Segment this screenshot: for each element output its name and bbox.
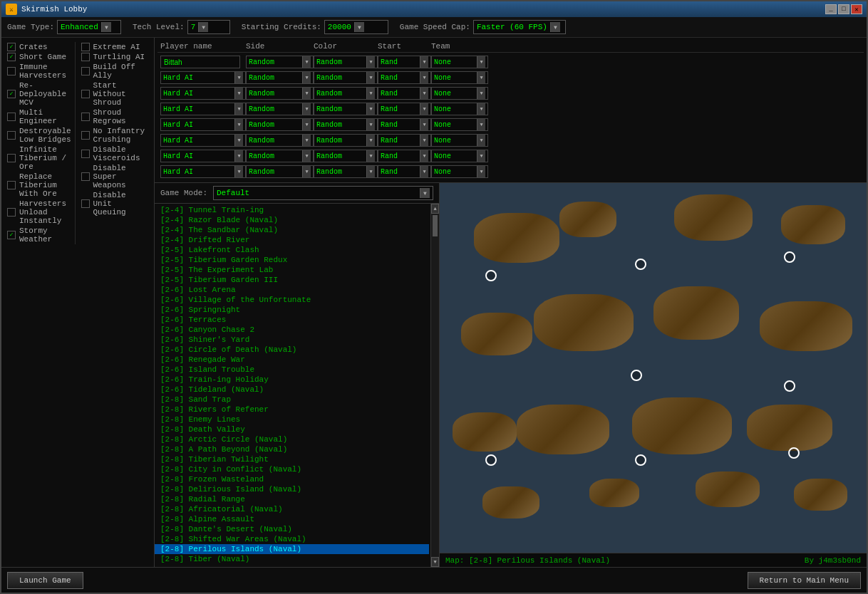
checkbox-left-6[interactable]: Infinite Tiberium / Ore <box>7 145 75 172</box>
map-item[interactable]: [2-4] Drifted River <box>155 235 429 245</box>
map-item[interactable]: [2-5] Tiberium Garden Redux <box>155 255 429 265</box>
player-color-dropdown-1[interactable]: Random▼ <box>314 71 378 84</box>
player-start-dropdown-1[interactable]: Rand▼ <box>378 71 431 84</box>
scroll-thumb[interactable] <box>433 215 438 236</box>
map-item[interactable]: [2-8] Dante's Desert (Naval) <box>155 524 429 534</box>
player-start-dropdown-3[interactable]: Rand▼ <box>378 103 431 115</box>
minimize-button[interactable]: _ <box>825 4 837 14</box>
checkbox-right-7[interactable]: Disable Super Weapons <box>81 163 149 190</box>
player-color-dropdown-0[interactable]: Random▼ <box>314 56 378 68</box>
return-to-main-menu-button[interactable]: Return to Main Menu <box>748 572 861 589</box>
map-item[interactable]: [2-6] Shiner's Yard <box>155 335 429 345</box>
map-item[interactable]: [2-8] Africatorial (Naval) <box>155 504 429 514</box>
player-name-dropdown-1[interactable]: Hard AI▼ <box>160 71 246 84</box>
map-item[interactable]: [2-5] The Experiment Lab <box>155 265 429 275</box>
checkbox-right-6[interactable]: Disable Visceroids <box>81 145 149 163</box>
map-item[interactable]: [2-6] Tideland (Naval) <box>155 385 429 395</box>
player-team-dropdown-6[interactable]: None▼ <box>431 150 488 162</box>
player-side-dropdown-3[interactable]: Random▼ <box>246 103 314 115</box>
game-mode-dropdown[interactable]: Default ▼ <box>213 186 433 200</box>
map-item[interactable]: [2-6] Canyon Chase 2 <box>155 325 429 335</box>
player-side-dropdown-5[interactable]: Random▼ <box>246 134 314 147</box>
player-side-dropdown-6[interactable]: Random▼ <box>246 150 314 162</box>
player-team-dropdown-0[interactable]: None▼ <box>431 56 488 68</box>
map-item[interactable]: [2-6] Terraces <box>155 315 429 325</box>
map-item[interactable]: [2-8] Frozen Wasteland <box>155 474 429 484</box>
checkbox-left-1[interactable]: Short Game <box>7 52 75 62</box>
scroll-down-button[interactable]: ▼ <box>431 557 439 567</box>
map-item[interactable]: [2-8] Alpine Assault <box>155 514 429 524</box>
game-type-dropdown[interactable]: Enhanced ▼ <box>57 20 121 34</box>
player-name-dropdown-2[interactable]: Hard AI▼ <box>160 87 246 100</box>
map-item[interactable]: [2-6] Village of the Unfortunate <box>155 295 429 305</box>
map-item[interactable]: [2-8] Radial Range <box>155 494 429 504</box>
player-color-dropdown-7[interactable]: Random▼ <box>314 165 378 178</box>
launch-game-button[interactable]: Launch Game <box>7 572 83 589</box>
checkbox-left-0[interactable]: Crates <box>7 42 75 52</box>
map-item[interactable]: [2-6] Renegade War <box>155 355 429 365</box>
checkbox-right-1[interactable]: Turtling AI <box>81 52 149 62</box>
player-name-dropdown-4[interactable]: Hard AI▼ <box>160 118 246 131</box>
map-item[interactable]: [2-5] Tiberium Garden III <box>155 275 429 285</box>
player-side-dropdown-0[interactable]: Random▼ <box>246 56 314 68</box>
checkbox-right-5[interactable]: No Infantry Crushing <box>81 126 149 145</box>
scroll-up-button[interactable]: ▲ <box>431 204 439 214</box>
map-item[interactable]: [2-8] Delirious Island (Naval) <box>155 484 429 494</box>
checkbox-right-3[interactable]: Start Without Shroud <box>81 80 149 108</box>
close-button[interactable]: ✕ <box>851 4 862 14</box>
player-start-dropdown-7[interactable]: Rand▼ <box>378 165 431 178</box>
checkbox-right-8[interactable]: Disable Unit Queuing <box>81 190 149 217</box>
player-team-dropdown-5[interactable]: None▼ <box>431 134 488 147</box>
player-side-dropdown-7[interactable]: Random▼ <box>246 165 314 178</box>
checkbox-right-2[interactable]: Build Off Ally <box>81 62 149 80</box>
map-item[interactable]: [2-8] Tiber (Naval) <box>155 554 429 564</box>
player-name-dropdown-5[interactable]: Hard AI▼ <box>160 134 246 147</box>
checkbox-right-4[interactable]: Shroud Regrows <box>81 108 149 126</box>
map-item[interactable]: [2-8] A Path Beyond (Naval) <box>155 444 429 454</box>
player-start-dropdown-4[interactable]: Rand▼ <box>378 118 431 131</box>
map-item[interactable]: [2-8] City in Conflict (Naval) <box>155 464 429 474</box>
checkbox-left-9[interactable]: Stormy Weather <box>7 226 75 244</box>
player-start-dropdown-6[interactable]: Rand▼ <box>378 150 431 162</box>
checkbox-left-3[interactable]: Re-Deployable MCV <box>7 80 75 108</box>
player-start-dropdown-0[interactable]: Rand▼ <box>378 56 431 68</box>
map-item[interactable]: [2-6] Circle of Death (Naval) <box>155 345 429 355</box>
player-name-input-0[interactable] <box>160 56 240 68</box>
map-item[interactable]: [2-8] Perilous Islands (Naval) <box>155 544 429 554</box>
map-item[interactable]: [2-6] Island Trouble <box>155 365 429 375</box>
game-speed-dropdown[interactable]: Faster (60 FPS) ▼ <box>473 20 566 34</box>
player-start-dropdown-2[interactable]: Rand▼ <box>378 87 431 100</box>
player-side-dropdown-4[interactable]: Random▼ <box>246 118 314 131</box>
player-side-dropdown-1[interactable]: Random▼ <box>246 71 314 84</box>
map-item[interactable]: [2-8] Rivers of Refener <box>155 405 429 415</box>
player-side-dropdown-2[interactable]: Random▼ <box>246 87 314 100</box>
map-item[interactable]: [2-8] Shifted War Areas (Naval) <box>155 534 429 544</box>
map-item[interactable]: [2-4] The Sandbar (Naval) <box>155 225 429 235</box>
player-team-dropdown-4[interactable]: None▼ <box>431 118 488 131</box>
starting-credits-dropdown[interactable]: 20000 ▼ <box>324 20 388 34</box>
map-item[interactable]: [2-8] Enemy Lines <box>155 415 429 424</box>
map-list[interactable]: [2-4] Tunnel Train-ing[2-4] Razor Blade … <box>155 204 439 567</box>
checkbox-right-0[interactable]: Extreme AI <box>81 42 149 52</box>
map-item[interactable]: [2-5] Lakefront Clash <box>155 245 429 255</box>
map-item[interactable]: [2-6] Lost Arena <box>155 285 429 295</box>
checkbox-left-2[interactable]: Immune Harvesters <box>7 62 75 80</box>
maximize-button[interactable]: □ <box>838 4 849 14</box>
checkbox-left-7[interactable]: Replace Tiberium With Ore <box>7 172 75 199</box>
player-team-dropdown-3[interactable]: None▼ <box>431 103 488 115</box>
map-item[interactable]: [2-8] Arctic Circle (Naval) <box>155 434 429 444</box>
map-item[interactable]: [2-8] Sand Trap <box>155 395 429 405</box>
map-item[interactable]: [2-6] Springnight <box>155 305 429 315</box>
player-color-dropdown-5[interactable]: Random▼ <box>314 134 378 147</box>
player-color-dropdown-2[interactable]: Random▼ <box>314 87 378 100</box>
player-name-dropdown-6[interactable]: Hard AI▼ <box>160 150 246 162</box>
checkbox-left-5[interactable]: Destroyable Low Bridges <box>7 126 75 145</box>
map-item[interactable]: [2-8] Death Valley <box>155 424 429 434</box>
map-item[interactable]: [2-4] Razor Blade (Naval) <box>155 215 429 225</box>
checkbox-left-8[interactable]: Harvesters Unload Instantly <box>7 199 75 226</box>
player-team-dropdown-2[interactable]: None▼ <box>431 87 488 100</box>
map-item[interactable]: [2-6] Train-ing Holiday <box>155 375 429 385</box>
player-color-dropdown-3[interactable]: Random▼ <box>314 103 378 115</box>
player-team-dropdown-7[interactable]: None▼ <box>431 165 488 178</box>
map-item[interactable]: [2-4] Tunnel Train-ing <box>155 205 429 215</box>
